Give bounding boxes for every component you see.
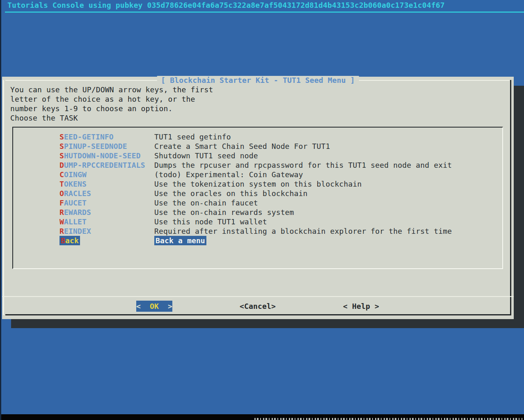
button-label: Help <box>352 302 370 310</box>
button-row: < OK ><Cancel>< Help > <box>2 301 514 312</box>
item-description: Dumps the rpcuser and rpcpassword for th… <box>154 161 452 169</box>
item-description: Use the oracles on this blockchain <box>154 189 308 198</box>
button-label: Cancel <box>244 302 271 310</box>
instruction-line: You can use the UP/DOWN arrow keys, the … <box>10 85 213 94</box>
hotkey-letter: C <box>59 170 64 179</box>
button-label: OK <box>150 302 159 310</box>
dialog-border-left <box>3 80 4 315</box>
bottom-status-bar <box>0 414 524 420</box>
menu-item-dump-rpccredentials[interactable]: DUMP-RPCCREDENTIALSDumps the rpcuser and… <box>13 160 502 170</box>
item-description: Use the tokenization system on this bloc… <box>154 180 362 188</box>
help-button[interactable]: < Help > <box>343 301 379 312</box>
item-description: Back a menu <box>154 236 206 245</box>
menu-item-reindex[interactable]: REINDEXRequired after installing a block… <box>13 226 502 236</box>
button-bracket-left: < <box>136 302 150 310</box>
dialog-border-right <box>510 80 511 315</box>
item-label: OINGW <box>64 170 87 179</box>
menu-item-seed-getinfo[interactable]: SEED-GETINFOTUT1 seed getinfo <box>13 132 502 142</box>
item-description: Use the on-chain faucet <box>154 199 258 207</box>
instruction-line: number keys 1-9 to choose an option. <box>10 104 213 113</box>
menu-item-tokens[interactable]: TOKENSUse the tokenization system on thi… <box>13 179 502 189</box>
item-description: Use the on-chain rewards system <box>154 208 294 217</box>
item-description: Use this node TUT1 wallet <box>154 217 267 226</box>
instruction-line: letter of the choice as a hot key, or th… <box>10 94 213 104</box>
menu-item-spinup-seednode[interactable]: SPINUP-SEEDNODECreate a Smart Chain Seed… <box>13 142 502 151</box>
button-bracket-right: > <box>159 302 172 310</box>
dialog-instructions: You can use the UP/DOWN arrow keys, the … <box>10 85 213 123</box>
hotkey-letter: F <box>59 199 64 207</box>
button-bracket-right: > <box>370 302 379 310</box>
hotkey-letter: D <box>59 161 64 169</box>
hotkey-letter: B <box>61 236 65 245</box>
item-description: Create a Smart Chain Seed Node For TUT1 <box>154 142 330 151</box>
menu-item-shutdown-node-seed[interactable]: SHUTDOWN-NODE-SEEDShutdown TUT1 seed nod… <box>13 151 502 160</box>
title-underline <box>5 11 524 13</box>
hotkey-letter: R <box>59 227 64 235</box>
menu-item-back[interactable]: BackBack a menu <box>13 236 502 245</box>
menu-item-faucet[interactable]: FAUCETUse the on-chain faucet <box>13 198 502 208</box>
dialog-window: [ Blockchain Starter Kit - TUT1 Seed Men… <box>2 77 514 319</box>
item-label: ack <box>65 236 79 245</box>
item-description: (todo) Experimental: Coin Gateway <box>154 170 303 179</box>
button-bracket-left: < <box>240 302 244 310</box>
instruction-line: Choose the TASK <box>10 113 213 123</box>
screen-left-edge <box>0 0 1 420</box>
hotkey-letter: R <box>59 208 64 217</box>
menu-item-wallet[interactable]: WALLETUse this node TUT1 wallet <box>13 217 502 226</box>
clipped-status-text <box>254 418 522 420</box>
cancel-button[interactable]: <Cancel> <box>240 301 276 312</box>
menu-item-rewards[interactable]: REWARDSUse the on-chain rewards system <box>13 208 502 217</box>
item-label: RACLES <box>64 189 91 198</box>
item-label: PINUP-SEEDNODE <box>64 142 127 151</box>
item-description: Shutdown TUT1 seed node <box>154 151 258 160</box>
item-label: ALLET <box>64 217 87 226</box>
dialog-border-bottom <box>5 314 511 315</box>
dialog-title: [ Blockchain Starter Kit - TUT1 Seed Men… <box>157 76 359 84</box>
item-label: EWARDS <box>64 208 91 217</box>
hotkey-letter: S <box>59 142 64 151</box>
ok-button[interactable]: < OK > <box>136 301 172 312</box>
menu-item-oracles[interactable]: ORACLESUse the oracles on this blockchai… <box>13 189 502 198</box>
hotkey-letter: S <box>59 132 64 141</box>
hotkey-letter: W <box>59 217 64 226</box>
item-label: EINDEX <box>64 227 91 235</box>
item-label: EED-GETINFO <box>64 132 114 141</box>
item-description: TUT1 seed getinfo <box>154 132 231 141</box>
item-label: HUTDOWN-NODE-SEED <box>64 151 141 160</box>
hotkey-letter: T <box>59 180 64 188</box>
menu-box: SEED-GETINFOTUT1 seed getinfoSPINUP-SEED… <box>12 127 503 269</box>
item-label: OKENS <box>64 180 87 188</box>
title-bar-text: Tutorials Console using pubkey 035d78626… <box>7 1 445 9</box>
hotkey-letter: S <box>59 151 64 160</box>
title-bar: Tutorials Console using pubkey 035d78626… <box>0 0 524 11</box>
item-label: AUCET <box>64 199 87 207</box>
hotkey-letter: O <box>59 189 64 198</box>
item-description: Required after installing a blockchain e… <box>154 227 452 235</box>
button-separator <box>2 296 514 297</box>
item-label: UMP-RPCCREDENTIALS <box>64 161 145 169</box>
button-bracket-left: < <box>343 302 352 310</box>
button-bracket-right: > <box>271 302 276 310</box>
menu-item-coingw[interactable]: COINGW(todo) Experimental: Coin Gateway <box>13 170 502 179</box>
